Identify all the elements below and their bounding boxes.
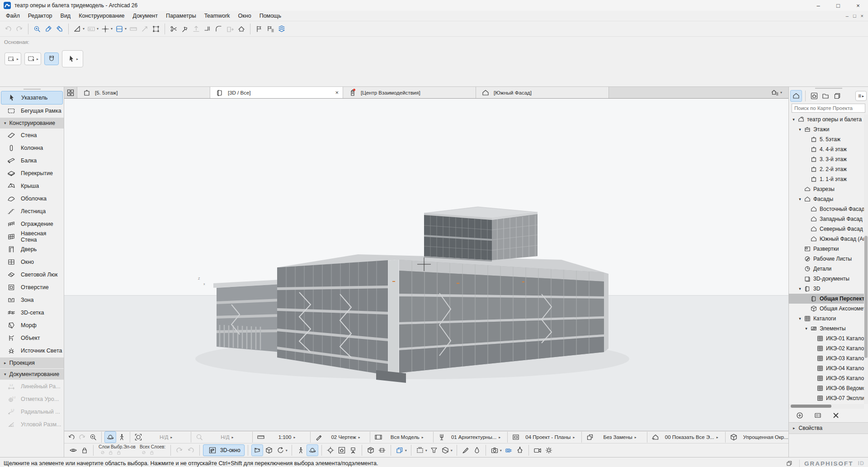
red-x-icon[interactable] [830, 410, 841, 421]
tool-marquee[interactable]: Бегущая Рамка [0, 105, 64, 117]
tree-item-26[interactable]: ИКЭ-05 Каталог С [789, 373, 868, 383]
camera-icon[interactable] [489, 445, 500, 456]
tool-curtain-wall[interactable]: Навесная Стена [0, 230, 64, 243]
tree-item-16[interactable]: 3D-документы [789, 274, 868, 284]
tree-item-15[interactable]: Детали [789, 264, 868, 274]
maximize-button[interactable]: □ [828, 0, 848, 11]
flythrough-icon[interactable] [532, 445, 543, 456]
publisher-icon[interactable] [831, 91, 842, 101]
adjust-icon[interactable] [191, 24, 202, 34]
pen-set-icon[interactable] [313, 432, 324, 443]
suspend-groups-icon[interactable] [79, 445, 90, 456]
marquee-dashed-button[interactable]: ▸ [24, 52, 41, 65]
close-button[interactable]: × [848, 0, 868, 11]
project-map-icon[interactable] [790, 90, 802, 102]
zoom-select-icon[interactable] [32, 24, 42, 34]
tree-vertical-scrollbar[interactable] [864, 114, 868, 404]
tree-item-8[interactable]: ▾Фасады [789, 194, 868, 204]
hide-layer-icon[interactable] [99, 449, 107, 456]
toolbox-section-Проекция[interactable]: ▸Проекция [0, 357, 64, 368]
renovation-dropdown[interactable]: Без Замены▸ [595, 434, 644, 440]
tab-list-button[interactable]: ▾ [769, 87, 788, 98]
menu-item-6[interactable]: Teamwork [200, 12, 234, 20]
view-map-icon[interactable] [809, 91, 820, 101]
marquee-arrow-button[interactable]: ▸ [5, 52, 21, 65]
pick-up-parameters-icon[interactable] [43, 24, 54, 34]
orbit-icon[interactable] [307, 444, 318, 456]
renovation-icon[interactable] [585, 432, 595, 443]
walk-icon[interactable] [116, 432, 127, 443]
frame-home-icon[interactable] [336, 445, 347, 456]
dimension-style-icon[interactable] [436, 432, 447, 443]
inject-parameters-icon[interactable] [54, 24, 65, 34]
tree-item-1[interactable]: ▾Этажи [789, 124, 868, 134]
menu-item-0[interactable]: Файл [2, 12, 24, 20]
tool-dim-linear[interactable]: 1.2Линейный Ра... [0, 380, 64, 393]
guide-lines-icon[interactable] [72, 24, 83, 34]
tree-item-20[interactable]: ▾Каталоги [789, 314, 868, 324]
graphic-override-dropdown[interactable]: 00 Показать Все Э...▸ [661, 434, 722, 440]
tree-item-17[interactable]: ▾3D [789, 284, 868, 294]
tree-item-9[interactable]: Восточный Фасад ( [789, 204, 868, 214]
magic-marquee-icon[interactable] [415, 445, 425, 456]
unlock-layer-icon[interactable] [115, 449, 123, 456]
pen-set-dropdown[interactable]: 02 Чертеж▸ [324, 434, 367, 440]
hscroll-thumb[interactable] [791, 405, 831, 408]
tree-item-3[interactable]: 4. 4-й этаж [789, 144, 868, 154]
doc-window-control-1[interactable]: □ [853, 13, 856, 19]
tree-item-14[interactable]: Рабочие Листы [789, 254, 868, 264]
copy-settings-icon[interactable] [394, 445, 405, 456]
tool-shell[interactable]: Оболочка [0, 192, 64, 205]
lock-layer-icon[interactable] [148, 449, 156, 456]
tool-mesh[interactable]: 3D-сетка [0, 306, 64, 319]
resize-icon[interactable] [225, 24, 236, 34]
menu-item-5[interactable]: Параметры [162, 12, 200, 20]
tool-object[interactable]: Объект [0, 332, 64, 344]
coordinates-icon[interactable] [86, 24, 97, 34]
layer-combination-icon[interactable] [510, 432, 521, 443]
paint-drop-icon[interactable] [472, 445, 482, 456]
menu-item-7[interactable]: Окно [234, 12, 255, 20]
redo-icon[interactable] [77, 432, 88, 443]
section-3d-icon[interactable] [377, 445, 387, 456]
tool-stair[interactable]: Лестница [0, 205, 64, 218]
tool-dim-angle[interactable]: αУгловой Разм... [0, 418, 64, 431]
menu-item-1[interactable]: Редактор [24, 12, 57, 20]
perspective-icon[interactable] [251, 444, 263, 456]
flag-icon[interactable] [254, 24, 264, 34]
properties-section-header[interactable]: ▸ Свойства [789, 422, 868, 434]
transform-icon[interactable] [151, 24, 161, 34]
orbit-icon[interactable] [104, 431, 116, 443]
snap-points-icon[interactable] [100, 24, 111, 34]
cube-icon[interactable] [728, 432, 739, 443]
tree-item-18[interactable]: Общая Перспектив [789, 294, 868, 304]
trim-icon[interactable] [202, 24, 213, 34]
3d-viewport[interactable]: Z x [64, 99, 788, 431]
tab-close-icon[interactable]: × [335, 90, 339, 95]
zoom-preset-dropdown[interactable]: Н/Д▸ [144, 434, 188, 440]
brush-icon[interactable] [460, 445, 471, 456]
tool-window[interactable]: Окно [0, 256, 64, 268]
tool-wall[interactable]: Стена [0, 129, 64, 142]
camera-settings-icon[interactable] [503, 445, 514, 456]
toolbox-section-Конструирование[interactable]: ▾Конструирование [0, 118, 64, 129]
doc-window-control-2[interactable]: × [861, 13, 863, 19]
undo-icon[interactable] [3, 24, 14, 34]
toolbox-drag-handle[interactable] [0, 87, 64, 91]
camera-stand-icon[interactable] [348, 445, 359, 456]
tab-3[interactable]: [Южный Фасад] [476, 87, 609, 98]
navigator-menu-button[interactable]: ≡▸ [855, 91, 867, 101]
tree-item-25[interactable]: ИКЭ-04 Каталог С [789, 363, 868, 373]
tool-beam[interactable]: Балка [0, 154, 64, 167]
graphic-override-icon[interactable] [650, 432, 661, 443]
vr-icon[interactable] [514, 445, 525, 456]
menu-item-8[interactable]: Помощь [255, 12, 285, 20]
tree-item-2[interactable]: 5. 5этаж [789, 134, 868, 144]
layer-combination-dropdown[interactable]: 04 Проект - Планы▸ [521, 434, 579, 440]
fillet-icon[interactable] [213, 24, 224, 34]
tree-item-28[interactable]: ИКЭ-07 Эксплика [789, 393, 868, 403]
layout-book-icon[interactable] [820, 91, 831, 101]
chevron-down-icon[interactable]: ▾ [797, 197, 803, 201]
tree-item-7[interactable]: Разрезы [789, 184, 868, 194]
orientation-dropdown[interactable]: Н/Д▸ [205, 434, 249, 440]
